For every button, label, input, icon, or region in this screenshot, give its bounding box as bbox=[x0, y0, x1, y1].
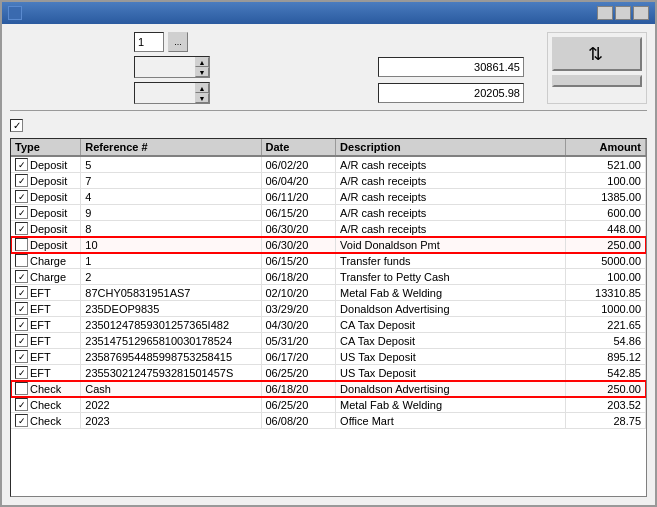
row-checkbox[interactable]: ✓ bbox=[15, 222, 28, 235]
table-cell-amount: 542.85 bbox=[565, 365, 645, 381]
cash-account-name bbox=[192, 41, 198, 43]
row-checkbox[interactable]: ✓ bbox=[15, 206, 28, 219]
table-cell-date: 06/11/20 bbox=[261, 189, 336, 205]
row-check-cell: ✓Deposit bbox=[15, 174, 76, 187]
table-row: ✓Charge206/18/20Transfer to Petty Cash10… bbox=[11, 269, 646, 285]
row-type: Deposit bbox=[30, 159, 67, 171]
row-type: Deposit bbox=[30, 223, 67, 235]
row-type: Check bbox=[30, 399, 61, 411]
row-check-cell: ✓EFT bbox=[15, 334, 76, 347]
statement-ending-balance-input[interactable] bbox=[378, 83, 524, 103]
table-cell-amount: 250.00 bbox=[565, 237, 645, 253]
row-checkbox[interactable]: ✓ bbox=[15, 190, 28, 203]
col-header-ref: Reference # bbox=[81, 139, 261, 156]
row-type: EFT bbox=[30, 303, 51, 315]
maximize-button[interactable] bbox=[615, 6, 631, 20]
reconciliation-date-up[interactable]: ▲ bbox=[195, 83, 209, 93]
table-cell-date: 06/25/20 bbox=[261, 365, 336, 381]
row-check-cell: ✓EFT bbox=[15, 366, 76, 379]
divider-1 bbox=[10, 110, 647, 111]
table-header-row: Type Reference # Date Description Amount bbox=[11, 139, 646, 156]
table-cell-amount: 13310.85 bbox=[565, 285, 645, 301]
table-cell-date: 06/18/20 bbox=[261, 381, 336, 397]
col-header-amount: Amount bbox=[565, 139, 645, 156]
statement-ending-date-row: ▲ ▼ bbox=[10, 56, 539, 78]
cash-account-input[interactable] bbox=[134, 32, 164, 52]
row-checkbox[interactable]: ✓ bbox=[15, 414, 28, 427]
row-type: EFT bbox=[30, 287, 51, 299]
table-cell-ref: 7 bbox=[81, 173, 261, 189]
reconciliation-date-spinner[interactable]: ▲ ▼ bbox=[134, 82, 210, 104]
table-cell-type: ✓Deposit bbox=[11, 189, 81, 205]
row-type: Deposit bbox=[30, 175, 67, 187]
table-cell-type: ✓Deposit bbox=[11, 221, 81, 237]
title-bar-controls bbox=[597, 6, 649, 20]
table-cell-ref: 4 bbox=[81, 189, 261, 205]
cash-account-browse-button[interactable]: ... bbox=[168, 32, 188, 52]
row-checkbox[interactable] bbox=[15, 382, 28, 395]
table-cell-ref: 2023 bbox=[81, 413, 261, 429]
row-checkbox[interactable]: ✓ bbox=[15, 350, 28, 363]
reconciliation-date-down[interactable]: ▼ bbox=[195, 93, 209, 103]
row-type: Charge bbox=[30, 271, 66, 283]
main-window: ... ▲ ▼ bbox=[0, 0, 657, 507]
form-fields: ... ▲ ▼ bbox=[10, 32, 539, 104]
row-checkbox[interactable]: ✓ bbox=[15, 174, 28, 187]
table-cell-desc: A/R cash receipts bbox=[336, 156, 566, 173]
table-cell-desc: Metal Fab & Welding bbox=[336, 397, 566, 413]
statement-ending-date-down[interactable]: ▼ bbox=[195, 67, 209, 77]
row-checkbox[interactable] bbox=[15, 238, 28, 251]
row-check-cell: ✓EFT bbox=[15, 302, 76, 315]
cleared-checkbox[interactable]: ✓ bbox=[10, 119, 23, 132]
table-row: ✓Check202306/08/20Office Mart28.75 bbox=[11, 413, 646, 429]
row-check-cell: ✓Deposit bbox=[15, 222, 76, 235]
minimize-button[interactable] bbox=[597, 6, 613, 20]
table-cell-ref: 5 bbox=[81, 156, 261, 173]
table-cell-amount: 521.00 bbox=[565, 156, 645, 173]
row-checkbox[interactable]: ✓ bbox=[15, 302, 28, 315]
row-check-cell: ✓Deposit bbox=[15, 206, 76, 219]
statement-ending-date-up[interactable]: ▲ bbox=[195, 57, 209, 67]
table-row: Charge106/15/20Transfer funds5000.00 bbox=[11, 253, 646, 269]
close-button[interactable] bbox=[633, 6, 649, 20]
row-checkbox[interactable]: ✓ bbox=[15, 366, 28, 379]
row-checkbox[interactable]: ✓ bbox=[15, 398, 28, 411]
table-row: ✓Deposit406/11/20A/R cash receipts1385.0… bbox=[11, 189, 646, 205]
table-cell-ref: Cash bbox=[81, 381, 261, 397]
table-cell-date: 06/15/20 bbox=[261, 205, 336, 221]
table-cell-ref: 23501247859301257365I482 bbox=[81, 317, 261, 333]
title-bar bbox=[2, 2, 655, 24]
row-checkbox[interactable]: ✓ bbox=[15, 334, 28, 347]
table-cell-date: 06/30/20 bbox=[261, 221, 336, 237]
row-type: EFT bbox=[30, 319, 51, 331]
statement-ending-date-spinner[interactable]: ▲ ▼ bbox=[134, 56, 210, 78]
row-check-cell: ✓Check bbox=[15, 414, 76, 427]
table-row: ✓Deposit906/15/20A/R cash receipts600.00 bbox=[11, 205, 646, 221]
table-row: ✓EFT235DEOP983503/29/20Donaldson Adverti… bbox=[11, 301, 646, 317]
help-button[interactable] bbox=[552, 75, 642, 87]
accounts-button[interactable]: ⇅ bbox=[552, 37, 642, 71]
row-checkbox[interactable]: ✓ bbox=[15, 286, 28, 299]
row-checkbox[interactable]: ✓ bbox=[15, 158, 28, 171]
statement-beginning-balance-input[interactable] bbox=[378, 57, 524, 77]
table-cell-type: Charge bbox=[11, 253, 81, 269]
row-type: EFT bbox=[30, 351, 51, 363]
table-cell-amount: 100.00 bbox=[565, 173, 645, 189]
table-cell-amount: 1000.00 bbox=[565, 301, 645, 317]
table-cell-date: 06/15/20 bbox=[261, 253, 336, 269]
table-cell-type: ✓EFT bbox=[11, 365, 81, 381]
table-body: ✓Deposit506/02/20A/R cash receipts521.00… bbox=[11, 156, 646, 429]
table-cell-ref: 1 bbox=[81, 253, 261, 269]
content-area: ... ▲ ▼ bbox=[2, 24, 655, 505]
table-cell-ref: 87CHY05831951AS7 bbox=[81, 285, 261, 301]
table-cell-ref: 9 bbox=[81, 205, 261, 221]
table-cell-amount: 600.00 bbox=[565, 205, 645, 221]
table-cell-desc: CA Tax Deposit bbox=[336, 333, 566, 349]
row-check-cell: Check bbox=[15, 382, 76, 395]
row-checkbox[interactable]: ✓ bbox=[15, 270, 28, 283]
table-cell-type: ✓EFT bbox=[11, 349, 81, 365]
reconciliation-date-row: ▲ ▼ bbox=[10, 82, 539, 104]
row-checkbox[interactable]: ✓ bbox=[15, 318, 28, 331]
transactions-table-wrapper[interactable]: Type Reference # Date Description Amount… bbox=[11, 139, 646, 496]
row-checkbox[interactable] bbox=[15, 254, 28, 267]
